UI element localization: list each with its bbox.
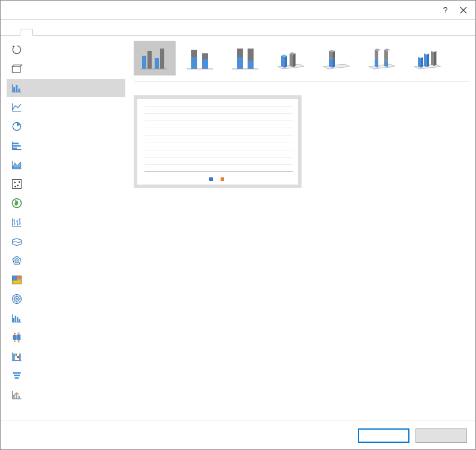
svg-rect-25 <box>13 336 16 340</box>
sidebar-item-histogram[interactable] <box>7 309 125 327</box>
svg-rect-35 <box>16 394 17 399</box>
treemap-icon <box>10 273 23 286</box>
recent-icon <box>10 43 23 56</box>
ok-button[interactable] <box>358 428 409 443</box>
sidebar-item-combo[interactable] <box>7 386 125 404</box>
subtype-clustered-column[interactable] <box>134 41 176 75</box>
close-icon[interactable] <box>459 5 468 15</box>
legend <box>142 177 293 181</box>
svg-rect-43 <box>202 59 208 69</box>
sidebar-item-sunburst[interactable] <box>7 290 125 308</box>
svg-rect-0 <box>13 67 20 73</box>
svg-rect-1 <box>13 87 15 92</box>
svg-rect-15 <box>13 276 17 280</box>
svg-rect-26 <box>17 335 20 340</box>
sidebar-item-area[interactable] <box>7 156 125 174</box>
svg-rect-33 <box>15 377 19 379</box>
svg-rect-30 <box>19 354 20 361</box>
waterfall-icon <box>10 350 23 363</box>
tabs <box>1 28 475 36</box>
surface-icon <box>10 235 23 248</box>
sidebar-item-scatter[interactable] <box>7 175 125 193</box>
svg-point-10 <box>17 185 19 186</box>
map-icon <box>10 197 23 210</box>
svg-rect-45 <box>237 57 243 69</box>
svg-rect-2 <box>16 85 17 92</box>
svg-rect-16 <box>17 276 22 279</box>
sidebar-item-stock[interactable] <box>7 213 125 231</box>
subtype-3d-100-stacked-column[interactable] <box>361 41 403 75</box>
titlebar: ? <box>1 1 475 20</box>
chart-preview[interactable] <box>134 95 302 188</box>
dialog-footer <box>1 421 475 449</box>
tab-recommended[interactable] <box>7 29 20 36</box>
svg-rect-5 <box>13 143 19 144</box>
svg-rect-37 <box>142 56 146 69</box>
svg-rect-8 <box>13 180 22 189</box>
sidebar-item-radar[interactable] <box>7 252 125 270</box>
svg-rect-32 <box>14 375 20 376</box>
sidebar-item-line[interactable] <box>7 98 125 116</box>
sidebar-item-pie[interactable] <box>7 117 125 135</box>
svg-rect-28 <box>16 354 17 356</box>
chart-type-sidebar <box>7 41 125 421</box>
svg-rect-40 <box>160 49 164 69</box>
svg-rect-27 <box>13 354 15 361</box>
svg-rect-46 <box>237 49 243 57</box>
svg-rect-24 <box>19 319 20 322</box>
svg-rect-47 <box>248 61 254 69</box>
columns-icon <box>10 81 23 95</box>
subtype-3d-column[interactable] <box>407 41 449 75</box>
svg-point-9 <box>14 182 16 183</box>
subtype-100-stacked-column[interactable] <box>225 41 267 75</box>
sidebar-item-bar[interactable] <box>7 137 125 155</box>
bar-icon <box>10 139 23 152</box>
combo-icon <box>10 388 23 401</box>
sidebar-item-templates[interactable] <box>7 60 125 78</box>
insert-chart-dialog: ? <box>0 0 476 450</box>
svg-rect-31 <box>13 372 20 374</box>
histogram-icon <box>10 312 23 325</box>
templates-icon <box>10 62 23 75</box>
svg-rect-18 <box>13 281 22 284</box>
sidebar-item-treemap[interactable] <box>7 271 125 289</box>
tab-all-charts[interactable] <box>20 29 33 36</box>
svg-rect-29 <box>17 356 19 358</box>
subtype-stacked-column[interactable] <box>179 41 221 75</box>
sidebar-item-boxwhisker[interactable] <box>7 328 125 346</box>
svg-point-11 <box>14 186 16 188</box>
svg-point-12 <box>19 181 20 183</box>
subtype-3d-stacked-column[interactable] <box>316 41 358 75</box>
svg-rect-36 <box>19 396 20 399</box>
svg-rect-21 <box>13 318 14 322</box>
sidebar-item-map[interactable] <box>7 194 125 212</box>
sidebar-item-columns[interactable] <box>7 79 125 97</box>
subtype-3d-clustered-column[interactable] <box>270 41 312 75</box>
funnel-icon <box>10 369 23 382</box>
help-icon[interactable]: ? <box>441 5 450 15</box>
svg-rect-41 <box>191 57 197 69</box>
svg-rect-39 <box>155 58 159 69</box>
svg-rect-7 <box>13 147 17 149</box>
area-icon <box>10 158 23 171</box>
svg-rect-22 <box>15 316 17 322</box>
svg-rect-23 <box>17 317 19 322</box>
subtype-row <box>134 41 469 82</box>
sidebar-item-recent[interactable] <box>7 41 125 59</box>
svg-rect-17 <box>17 279 22 280</box>
svg-rect-3 <box>19 89 20 92</box>
radar-icon <box>10 254 23 267</box>
sidebar-item-funnel[interactable] <box>7 367 125 385</box>
cancel-button[interactable] <box>415 428 467 443</box>
sidebar-item-surface[interactable] <box>7 232 125 250</box>
svg-rect-6 <box>13 145 21 147</box>
scatter-icon <box>10 177 23 191</box>
line-icon <box>10 101 23 114</box>
svg-rect-48 <box>248 49 254 61</box>
stock-icon <box>10 216 23 229</box>
pie-icon <box>10 120 23 133</box>
sidebar-item-waterfall[interactable] <box>7 348 125 366</box>
svg-rect-38 <box>147 51 152 69</box>
boxwhisker-icon <box>10 331 23 344</box>
sunburst-icon <box>10 292 23 306</box>
